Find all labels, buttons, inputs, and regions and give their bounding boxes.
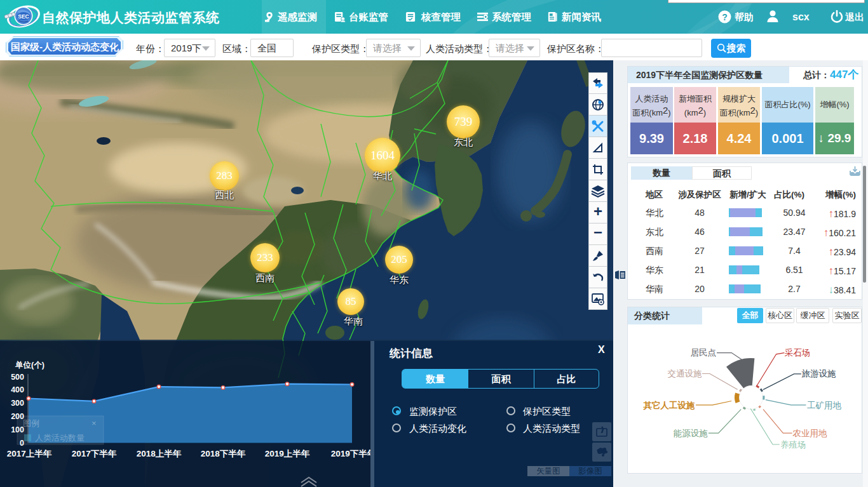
svg-text:旅游设施: 旅游设施: [802, 369, 837, 378]
svg-text:×: ×: [92, 418, 97, 428]
svg-text:2017上半年: 2017上半年: [7, 449, 52, 458]
svg-text:500: 500: [11, 373, 24, 382]
svg-text:工矿用地: 工矿用地: [807, 401, 842, 410]
svg-text:2017下半年: 2017下半年: [72, 449, 117, 458]
svg-text:2018上半年: 2018上半年: [137, 449, 182, 458]
svg-text:图例: 图例: [23, 418, 39, 428]
svg-text:人类活动数量: 人类活动数量: [35, 433, 85, 443]
svg-text:单位(个): 单位(个): [15, 361, 44, 370]
svg-text:2019下半年: 2019下半年: [331, 449, 370, 458]
svg-text:400: 400: [11, 385, 24, 394]
svg-text:?: ?: [722, 12, 728, 22]
svg-text:采石场: 采石场: [785, 348, 811, 357]
svg-text:能源设施: 能源设施: [674, 429, 709, 438]
svg-text:居民点: 居民点: [691, 348, 717, 357]
svg-text:2019上半年: 2019上半年: [265, 449, 310, 458]
svg-text:300: 300: [11, 399, 24, 408]
svg-text:SEC: SEC: [18, 13, 29, 20]
svg-text:养殖场: 养殖场: [780, 440, 806, 450]
svg-text:2018下半年: 2018下半年: [201, 449, 246, 458]
svg-text:交通设施: 交通设施: [667, 369, 702, 378]
svg-text:其它人工设施: 其它人工设施: [643, 400, 695, 410]
svg-text:农业用地: 农业用地: [792, 429, 827, 438]
